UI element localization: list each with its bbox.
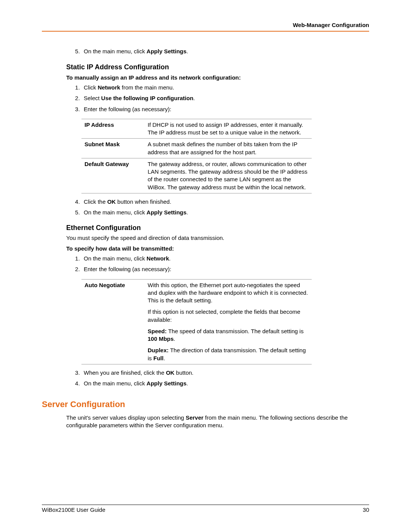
step-item: Enter the following (as necessary): (81, 105, 369, 113)
ok-text: OK (166, 369, 175, 376)
step-item: On the main menu, click Network. (81, 255, 369, 262)
ip-config-table: IP Address If DHCP is not used to assign… (81, 119, 312, 193)
auto-negotiate-label: Auto Negotiate (81, 279, 145, 364)
step-item-5: On the main menu, click Apply Settings. (81, 48, 369, 55)
server-text: Server (186, 414, 204, 421)
table-row: IP Address If DHCP is not used to assign… (81, 119, 312, 139)
subnet-mask-desc: A subnet mask defines the number of bits… (145, 139, 312, 158)
static-ip-intro: To manually assign an IP address and its… (66, 74, 369, 81)
network-text: Network (147, 255, 169, 262)
default-gateway-desc: The gateway address, or router, allows c… (145, 158, 312, 193)
static-ip-heading: Static IP Address Configuration (66, 62, 369, 72)
apply-settings-text: Apply Settings (147, 48, 186, 54)
footer-page-number: 30 (363, 506, 369, 514)
duplex-label: Duplex: (148, 347, 169, 353)
step-item: Click the OK button when finished. (81, 198, 369, 206)
static-ip-steps: Click Network from the main menu. Select… (81, 84, 369, 113)
apply-settings-text: Apply Settings (147, 380, 186, 387)
server-config-heading: Server Configuration (42, 399, 369, 410)
table-row: Auto Negotiate With this option, the Eth… (81, 279, 312, 364)
apply-settings-text: Apply Settings (147, 209, 186, 216)
table-row: Subnet Mask A subnet mask defines the nu… (81, 139, 312, 158)
step-text: On the main menu, click (84, 48, 147, 54)
static-ip-steps-cont: Click the OK button when finished. On th… (81, 198, 369, 217)
list-continuation: On the main menu, click Apply Settings. (81, 48, 369, 55)
ip-address-desc: If DHCP is not used to assign IP address… (145, 119, 312, 139)
page-header: Web-Manager Configuration (42, 21, 369, 32)
step-item: Select Use the following IP configuratio… (81, 94, 369, 102)
step-item: Enter the following (as necessary): (81, 265, 369, 273)
ethernet-steps: On the main menu, click Network. Enter t… (81, 255, 369, 273)
use-following-ip-text: Use the following IP configuration (101, 95, 193, 101)
ip-address-label: IP Address (81, 119, 145, 139)
server-config-para: The unit's server values display upon se… (66, 414, 369, 430)
default-gateway-label: Default Gateway (81, 158, 145, 193)
step-item: Click Network from the main menu. (81, 84, 369, 91)
step-item: On the main menu, click Apply Settings. (81, 380, 369, 387)
speed-label: Speed: (148, 328, 167, 334)
network-text: Network (98, 84, 120, 91)
step-item: When you are finished, click the OK butt… (81, 369, 369, 377)
subnet-mask-label: Subnet Mask (81, 139, 145, 158)
step-item: On the main menu, click Apply Settings. (81, 209, 369, 216)
ok-text: OK (107, 198, 116, 205)
step-text: . (186, 48, 188, 54)
auto-negotiate-desc: With this option, the Ethernet port auto… (145, 279, 312, 364)
footer-guide-name: WiBox2100E User Guide (42, 506, 105, 514)
table-row: Default Gateway The gateway address, or … (81, 158, 312, 193)
ethernet-table: Auto Negotiate With this option, the Eth… (81, 279, 312, 364)
ethernet-heading: Ethernet Configuration (66, 223, 369, 232)
ethernet-steps-cont: When you are finished, click the OK butt… (81, 369, 369, 388)
page-header-title: Web-Manager Configuration (42, 21, 369, 31)
ethernet-intro: You must specify the speed and direction… (66, 234, 369, 242)
page-footer: WiBox2100E User Guide 30 (42, 505, 369, 514)
content-body: On the main menu, click Apply Settings. … (42, 48, 369, 429)
ethernet-intro2: To specify how data will be transmitted: (66, 245, 369, 252)
